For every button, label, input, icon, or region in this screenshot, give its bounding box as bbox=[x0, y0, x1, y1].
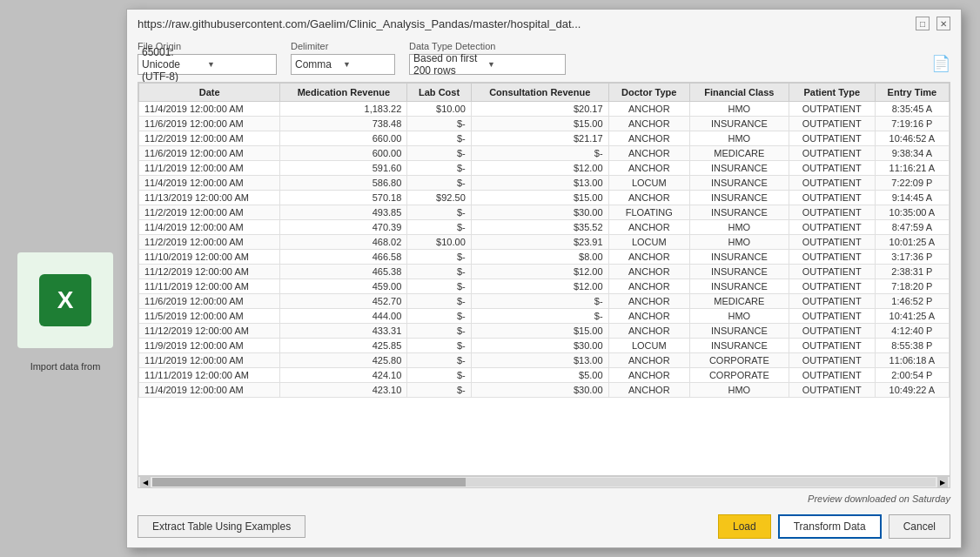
scroll-right-arrow[interactable]: ▶ bbox=[937, 477, 948, 487]
col-financial-class: Financial Class bbox=[689, 84, 789, 102]
titlebar-buttons: □ ✕ bbox=[916, 17, 950, 30]
table-row: 11/4/2019 12:00:00 AM423.10$-$30.00ANCHO… bbox=[139, 383, 950, 398]
data-type-group: Data Type Detection Based on first 200 r… bbox=[409, 41, 566, 75]
table-row: 11/6/2019 12:00:00 AM738.48$-$15.00ANCHO… bbox=[139, 117, 950, 131]
controls-row: File Origin 65001: Unicode (UTF-8) ▼ Del… bbox=[127, 34, 961, 82]
table-row: 11/6/2019 12:00:00 AM600.00$-$-ANCHORMED… bbox=[139, 146, 950, 161]
minimize-button[interactable]: □ bbox=[916, 17, 930, 30]
horizontal-scrollbar[interactable]: ◀ ▶ bbox=[138, 476, 950, 488]
file-origin-select[interactable]: 65001: Unicode (UTF-8) ▼ bbox=[138, 54, 277, 75]
col-entry-time: Entry Time bbox=[875, 84, 949, 102]
data-table-container[interactable]: Date Medication Revenue Lab Cost Consult… bbox=[138, 82, 950, 476]
import-dialog: https://raw.githubusercontent.com/Gaelim… bbox=[126, 9, 962, 548]
footer-right-buttons: Load Transform Data Cancel bbox=[718, 514, 950, 539]
table-header-row: Date Medication Revenue Lab Cost Consult… bbox=[139, 84, 950, 102]
table-row: 11/10/2019 12:00:00 AM466.58$-$8.00ANCHO… bbox=[139, 250, 950, 265]
dialog-bottom: Preview downloaded on Saturday bbox=[127, 488, 961, 509]
col-patient-type: Patient Type bbox=[789, 84, 875, 102]
table-row: 11/2/2019 12:00:00 AM660.00$-$21.17ANCHO… bbox=[139, 131, 950, 146]
table-row: 11/4/2019 12:00:00 AM470.39$-$35.52ANCHO… bbox=[139, 220, 950, 235]
load-button[interactable]: Load bbox=[718, 514, 771, 539]
data-table: Date Medication Revenue Lab Cost Consult… bbox=[138, 83, 950, 398]
dialog-title: https://raw.githubusercontent.com/Gaelim… bbox=[138, 17, 581, 30]
col-med-revenue: Medication Revenue bbox=[280, 84, 407, 102]
excel-logo: X bbox=[39, 274, 91, 326]
table-row: 11/6/2019 12:00:00 AM452.70$-$-ANCHORMED… bbox=[139, 294, 950, 309]
data-type-arrow: ▼ bbox=[487, 60, 561, 69]
col-lab-cost: Lab Cost bbox=[407, 84, 471, 102]
scroll-thumb[interactable] bbox=[152, 478, 466, 487]
table-row: 11/12/2019 12:00:00 AM465.38$-$12.00ANCH… bbox=[139, 265, 950, 279]
dialog-footer: Extract Table Using Examples Load Transf… bbox=[127, 509, 961, 547]
scroll-wrapper[interactable]: Date Medication Revenue Lab Cost Consult… bbox=[138, 83, 950, 475]
col-date: Date bbox=[139, 84, 280, 102]
table-row: 11/11/2019 12:00:00 AM459.00$-$12.00ANCH… bbox=[139, 279, 950, 294]
table-row: 11/11/2019 12:00:00 AM424.10$-$5.00ANCHO… bbox=[139, 368, 950, 383]
delimiter-group: Delimiter Comma ▼ bbox=[291, 41, 395, 75]
table-row: 11/2/2019 12:00:00 AM493.85$-$30.00FLOAT… bbox=[139, 205, 950, 220]
close-button[interactable]: ✕ bbox=[936, 17, 950, 30]
file-origin-arrow: ▼ bbox=[207, 60, 272, 69]
scroll-track[interactable] bbox=[152, 478, 936, 487]
data-type-label: Data Type Detection bbox=[409, 41, 566, 51]
table-row: 11/13/2019 12:00:00 AM570.18$92.50$15.00… bbox=[139, 191, 950, 205]
table-row: 11/4/2019 12:00:00 AM1,183.22$10.00$20.1… bbox=[139, 102, 950, 117]
file-origin-group: File Origin 65001: Unicode (UTF-8) ▼ bbox=[138, 41, 277, 75]
document-icon: 📄 bbox=[931, 54, 950, 75]
table-row: 11/5/2019 12:00:00 AM444.00$-$-ANCHORHMO… bbox=[139, 309, 950, 324]
dialog-titlebar: https://raw.githubusercontent.com/Gaelim… bbox=[127, 10, 961, 34]
preview-note: Preview downloaded on Saturday bbox=[138, 493, 950, 504]
delimiter-arrow: ▼ bbox=[343, 60, 391, 69]
cancel-button[interactable]: Cancel bbox=[889, 514, 950, 539]
table-row: 11/4/2019 12:00:00 AM586.80$-$13.00LOCUM… bbox=[139, 176, 950, 191]
transform-data-button[interactable]: Transform Data bbox=[778, 514, 882, 539]
scroll-left-arrow[interactable]: ◀ bbox=[140, 477, 151, 487]
table-row: 11/2/2019 12:00:00 AM468.02$10.00$23.91L… bbox=[139, 235, 950, 250]
data-type-select[interactable]: Based on first 200 rows ▼ bbox=[409, 54, 566, 75]
table-row: 11/9/2019 12:00:00 AM425.85$-$30.00LOCUM… bbox=[139, 339, 950, 353]
col-doctor-type: Doctor Type bbox=[608, 84, 689, 102]
table-row: 11/12/2019 12:00:00 AM433.31$-$15.00ANCH… bbox=[139, 324, 950, 339]
import-label: Import data from bbox=[17, 361, 113, 372]
table-row: 11/1/2019 12:00:00 AM425.80$-$13.00ANCHO… bbox=[139, 353, 950, 368]
table-row: 11/1/2019 12:00:00 AM591.60$-$12.00ANCHO… bbox=[139, 161, 950, 176]
delimiter-select[interactable]: Comma ▼ bbox=[291, 54, 395, 75]
extract-table-button[interactable]: Extract Table Using Examples bbox=[138, 515, 305, 538]
col-consult-revenue: Consultation Revenue bbox=[471, 84, 608, 102]
excel-background-icon: X bbox=[17, 252, 113, 348]
delimiter-label: Delimiter bbox=[291, 41, 395, 51]
